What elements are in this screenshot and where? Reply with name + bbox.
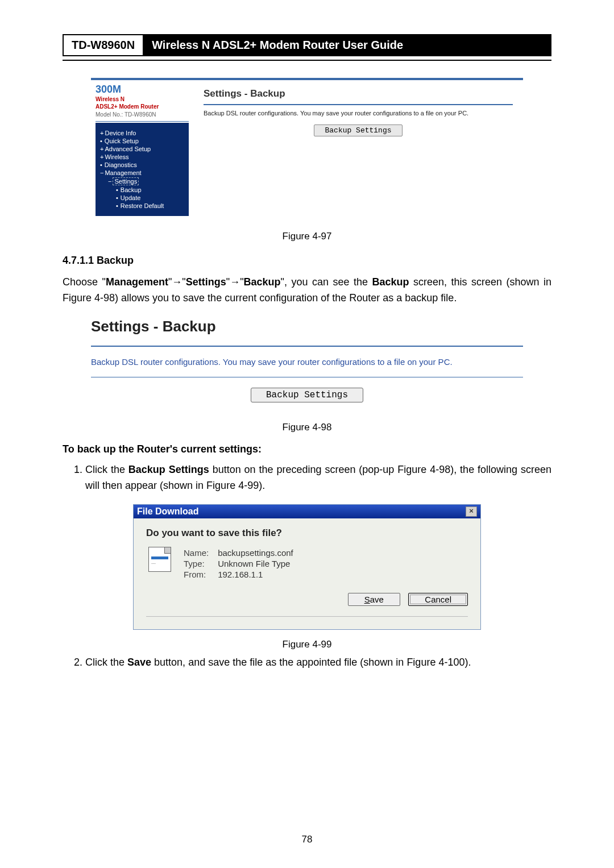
page-number: 78: [0, 834, 614, 845]
doc-title: Wireless N ADSL2+ Modem Router User Guid…: [143, 34, 551, 56]
figure-99-file-download-dialog: File Download × Do you want to save this…: [133, 504, 481, 630]
file-icon: ⋯: [148, 547, 171, 572]
close-icon[interactable]: ×: [466, 506, 477, 517]
nav-update[interactable]: Update: [100, 194, 184, 201]
cancel-button[interactable]: Cancel: [408, 593, 468, 606]
nav-management[interactable]: Management: [100, 169, 184, 176]
panel-title: Settings - Backup: [204, 88, 513, 105]
type-label: Type:: [184, 559, 215, 568]
brand-subtitle: Wireless N ADSL2+ Modem Router: [96, 95, 189, 110]
backup-settings-button-large[interactable]: Backup Settings: [251, 388, 363, 402]
router-nav: Device Info Quick Setup Advanced Setup W…: [96, 123, 189, 216]
instructions-title: To back up the Router's current settings…: [63, 443, 551, 455]
figure-98-settings-panel: Settings - Backup Backup DSL router conf…: [91, 314, 523, 413]
router-main-panel: Settings - Backup Backup DSL router conf…: [193, 80, 523, 222]
from-label: From:: [184, 570, 215, 579]
section-paragraph: Choose "Management"→"Settings"→"Backup",…: [63, 275, 551, 306]
nav-quick-setup[interactable]: Quick Setup: [100, 138, 184, 144]
steps-list: Click the Backup Settings button on the …: [63, 462, 551, 494]
dialog-titlebar: File Download ×: [134, 505, 480, 518]
router-sidebar: 300M Wireless N ADSL2+ Modem Router Mode…: [91, 80, 193, 222]
name-label: Name:: [184, 548, 215, 558]
nav-restore-default[interactable]: Restore Default: [100, 202, 184, 209]
dialog-title-text: File Download: [137, 506, 198, 517]
settings-panel-desc: Backup DSL router configurations. You ma…: [91, 347, 523, 377]
nav-wireless[interactable]: Wireless: [100, 153, 184, 160]
step-2: Click the Save button, and save the file…: [85, 655, 551, 671]
steps-list-continued: Click the Save button, and save the file…: [63, 655, 551, 671]
dialog-question: Do you want to save this file?: [146, 528, 468, 539]
figure-97-router-ui: 300M Wireless N ADSL2+ Modem Router Mode…: [91, 78, 523, 222]
brand-300m: 300M: [96, 84, 189, 95]
nav-settings[interactable]: Settings: [100, 177, 184, 185]
nav-backup[interactable]: Backup: [100, 186, 184, 193]
figure-97-caption: Figure 4-97: [63, 231, 551, 242]
figure-99-caption: Figure 4-99: [63, 639, 551, 650]
file-from: 192.168.1.1: [218, 570, 263, 579]
doc-header: TD-W8960N Wireless N ADSL2+ Modem Router…: [63, 34, 551, 56]
nav-advanced-setup[interactable]: Advanced Setup: [100, 146, 184, 152]
figure-98-caption: Figure 4-98: [63, 422, 551, 433]
file-metadata: Name: backupsettings.conf Type: Unknown …: [184, 547, 293, 580]
file-type: Unknown File Type: [218, 559, 290, 568]
nav-diagnostics[interactable]: Diagnostics: [100, 161, 184, 168]
step-1: Click the Backup Settings button on the …: [85, 462, 551, 494]
model-number: Model No.: TD-W8960N: [96, 111, 189, 122]
file-name: backupsettings.conf: [218, 548, 293, 558]
nav-device-info[interactable]: Device Info: [100, 130, 184, 136]
panel-description: Backup DSL router configurations. You ma…: [204, 110, 513, 117]
save-button[interactable]: Save: [348, 593, 400, 606]
section-heading: 4.7.1.1 Backup: [63, 255, 551, 267]
settings-panel-title: Settings - Backup: [91, 314, 523, 347]
model-label: TD-W8960N: [63, 34, 143, 56]
backup-settings-button[interactable]: Backup Settings: [314, 124, 402, 136]
